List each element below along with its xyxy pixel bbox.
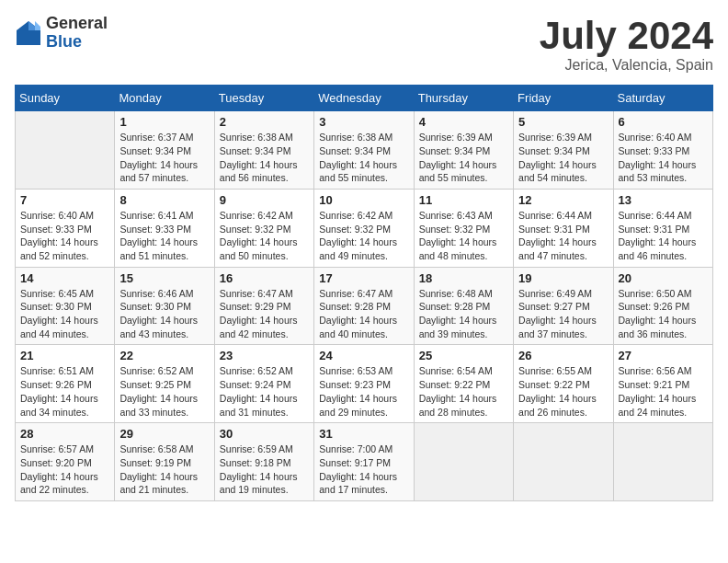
day-number: 2 xyxy=(220,115,309,129)
day-detail: Sunrise: 6:52 AMSunset: 9:25 PMDaylight:… xyxy=(119,364,209,419)
calendar-cell xyxy=(414,423,513,501)
calendar-cell: 24Sunrise: 6:53 AMSunset: 9:23 PMDayligh… xyxy=(314,345,414,423)
calendar-cell: 22Sunrise: 6:52 AMSunset: 9:25 PMDayligh… xyxy=(115,345,214,423)
calendar-cell: 21Sunrise: 6:51 AMSunset: 9:26 PMDayligh… xyxy=(16,345,115,423)
day-number: 15 xyxy=(119,271,209,285)
calendar-cell: 1Sunrise: 6:37 AMSunset: 9:34 PMDaylight… xyxy=(115,111,214,190)
day-detail: Sunrise: 6:51 AMSunset: 9:26 PMDaylight:… xyxy=(20,364,109,419)
weekday-header-row: SundayMondayTuesdayWednesdayThursdayFrid… xyxy=(16,86,713,111)
calendar-cell: 8Sunrise: 6:41 AMSunset: 9:33 PMDaylight… xyxy=(115,189,214,267)
day-detail: Sunrise: 6:47 AMSunset: 9:29 PMDaylight:… xyxy=(220,287,309,341)
day-detail: Sunrise: 6:58 AMSunset: 9:19 PMDaylight:… xyxy=(119,442,209,497)
day-number: 11 xyxy=(419,193,508,207)
day-number: 8 xyxy=(119,193,209,207)
day-detail: Sunrise: 6:42 AMSunset: 9:32 PMDaylight:… xyxy=(319,209,408,263)
day-number: 27 xyxy=(619,349,708,362)
day-detail: Sunrise: 6:40 AMSunset: 9:33 PMDaylight:… xyxy=(20,209,109,263)
day-detail: Sunrise: 6:57 AMSunset: 9:20 PMDaylight:… xyxy=(20,442,109,497)
calendar-cell: 25Sunrise: 6:54 AMSunset: 9:22 PMDayligh… xyxy=(414,345,513,423)
day-number: 4 xyxy=(419,115,508,129)
calendar-cell: 19Sunrise: 6:49 AMSunset: 9:27 PMDayligh… xyxy=(514,267,613,345)
calendar-cell: 11Sunrise: 6:43 AMSunset: 9:32 PMDayligh… xyxy=(414,189,513,267)
calendar-cell: 13Sunrise: 6:44 AMSunset: 9:31 PMDayligh… xyxy=(613,189,712,267)
logo: General Blue xyxy=(15,15,108,52)
day-number: 1 xyxy=(119,115,209,129)
day-number: 25 xyxy=(419,349,508,362)
calendar-cell: 7Sunrise: 6:40 AMSunset: 9:33 PMDaylight… xyxy=(16,189,115,267)
day-number: 29 xyxy=(119,427,209,441)
calendar-table: SundayMondayTuesdayWednesdayThursdayFrid… xyxy=(15,85,713,501)
day-detail: Sunrise: 6:48 AMSunset: 9:28 PMDaylight:… xyxy=(419,287,508,341)
day-detail: Sunrise: 6:54 AMSunset: 9:22 PMDaylight:… xyxy=(419,364,508,419)
calendar-cell xyxy=(613,423,712,501)
page-header: General Blue July 2024 Jerica, Valencia,… xyxy=(15,15,713,74)
day-detail: Sunrise: 6:37 AMSunset: 9:34 PMDaylight:… xyxy=(119,131,209,185)
day-number: 23 xyxy=(220,349,309,362)
calendar-cell: 12Sunrise: 6:44 AMSunset: 9:31 PMDayligh… xyxy=(514,189,613,267)
weekday-header-saturday: Saturday xyxy=(613,86,712,111)
day-detail: Sunrise: 6:55 AMSunset: 9:22 PMDaylight:… xyxy=(518,364,608,419)
day-detail: Sunrise: 6:50 AMSunset: 9:26 PMDaylight:… xyxy=(619,287,708,341)
calendar-cell xyxy=(514,423,613,501)
day-number: 9 xyxy=(220,193,309,207)
calendar-week-row: 14Sunrise: 6:45 AMSunset: 9:30 PMDayligh… xyxy=(16,267,713,345)
day-number: 5 xyxy=(518,115,608,129)
day-number: 22 xyxy=(119,349,209,362)
calendar-cell: 5Sunrise: 6:39 AMSunset: 9:34 PMDaylight… xyxy=(514,111,613,190)
logo-text: General Blue xyxy=(46,15,108,52)
weekday-header-sunday: Sunday xyxy=(16,86,115,111)
day-detail: Sunrise: 6:52 AMSunset: 9:24 PMDaylight:… xyxy=(220,364,309,419)
calendar-cell: 10Sunrise: 6:42 AMSunset: 9:32 PMDayligh… xyxy=(314,189,414,267)
calendar-cell: 29Sunrise: 6:58 AMSunset: 9:19 PMDayligh… xyxy=(115,423,214,501)
calendar-week-row: 28Sunrise: 6:57 AMSunset: 9:20 PMDayligh… xyxy=(16,423,713,501)
day-number: 13 xyxy=(619,193,708,207)
calendar-cell: 6Sunrise: 6:40 AMSunset: 9:33 PMDaylight… xyxy=(613,111,712,190)
day-detail: Sunrise: 6:49 AMSunset: 9:27 PMDaylight:… xyxy=(518,287,608,341)
day-detail: Sunrise: 6:43 AMSunset: 9:32 PMDaylight:… xyxy=(419,209,508,263)
day-number: 28 xyxy=(20,427,109,441)
day-detail: Sunrise: 6:38 AMSunset: 9:34 PMDaylight:… xyxy=(220,131,309,185)
day-detail: Sunrise: 6:38 AMSunset: 9:34 PMDaylight:… xyxy=(319,131,408,185)
day-number: 17 xyxy=(319,271,408,285)
day-number: 30 xyxy=(220,427,309,441)
calendar-cell: 28Sunrise: 6:57 AMSunset: 9:20 PMDayligh… xyxy=(16,423,115,501)
day-number: 16 xyxy=(220,271,309,285)
calendar-body: 1Sunrise: 6:37 AMSunset: 9:34 PMDaylight… xyxy=(16,111,713,501)
calendar-cell: 20Sunrise: 6:50 AMSunset: 9:26 PMDayligh… xyxy=(613,267,712,345)
day-number: 6 xyxy=(619,115,708,129)
calendar-cell: 18Sunrise: 6:48 AMSunset: 9:28 PMDayligh… xyxy=(414,267,513,345)
location-text: Jerica, Valencia, Spain xyxy=(540,57,713,74)
calendar-cell: 3Sunrise: 6:38 AMSunset: 9:34 PMDaylight… xyxy=(314,111,414,190)
day-detail: Sunrise: 6:47 AMSunset: 9:28 PMDaylight:… xyxy=(319,287,408,341)
day-number: 12 xyxy=(518,193,608,207)
calendar-cell: 23Sunrise: 6:52 AMSunset: 9:24 PMDayligh… xyxy=(214,345,313,423)
day-number: 26 xyxy=(518,349,608,362)
svg-marker-2 xyxy=(35,21,40,30)
calendar-cell: 9Sunrise: 6:42 AMSunset: 9:32 PMDaylight… xyxy=(214,189,313,267)
calendar-cell: 26Sunrise: 6:55 AMSunset: 9:22 PMDayligh… xyxy=(514,345,613,423)
day-number: 3 xyxy=(319,115,408,129)
day-detail: Sunrise: 6:45 AMSunset: 9:30 PMDaylight:… xyxy=(20,287,109,341)
day-detail: Sunrise: 6:39 AMSunset: 9:34 PMDaylight:… xyxy=(518,131,608,185)
day-number: 18 xyxy=(419,271,508,285)
month-title: July 2024 xyxy=(540,15,713,57)
calendar-cell: 31Sunrise: 7:00 AMSunset: 9:17 PMDayligh… xyxy=(314,423,414,501)
calendar-cell: 4Sunrise: 6:39 AMSunset: 9:34 PMDaylight… xyxy=(414,111,513,190)
day-detail: Sunrise: 6:44 AMSunset: 9:31 PMDaylight:… xyxy=(518,209,608,263)
weekday-header-tuesday: Tuesday xyxy=(214,86,313,111)
calendar-cell: 30Sunrise: 6:59 AMSunset: 9:18 PMDayligh… xyxy=(214,423,313,501)
calendar-week-row: 21Sunrise: 6:51 AMSunset: 9:26 PMDayligh… xyxy=(16,345,713,423)
calendar-week-row: 7Sunrise: 6:40 AMSunset: 9:33 PMDaylight… xyxy=(16,189,713,267)
calendar-cell: 2Sunrise: 6:38 AMSunset: 9:34 PMDaylight… xyxy=(214,111,313,190)
calendar-cell xyxy=(16,111,115,190)
logo-general-text: General xyxy=(46,15,108,33)
day-number: 14 xyxy=(20,271,109,285)
day-number: 7 xyxy=(20,193,109,207)
day-detail: Sunrise: 6:59 AMSunset: 9:18 PMDaylight:… xyxy=(220,442,309,497)
weekday-header-friday: Friday xyxy=(514,86,613,111)
logo-blue-text: Blue xyxy=(46,33,108,52)
day-detail: Sunrise: 6:42 AMSunset: 9:32 PMDaylight:… xyxy=(220,209,309,263)
day-detail: Sunrise: 6:41 AMSunset: 9:33 PMDaylight:… xyxy=(119,209,209,263)
calendar-header: SundayMondayTuesdayWednesdayThursdayFrid… xyxy=(16,86,713,111)
day-detail: Sunrise: 7:00 AMSunset: 9:17 PMDaylight:… xyxy=(319,442,408,497)
